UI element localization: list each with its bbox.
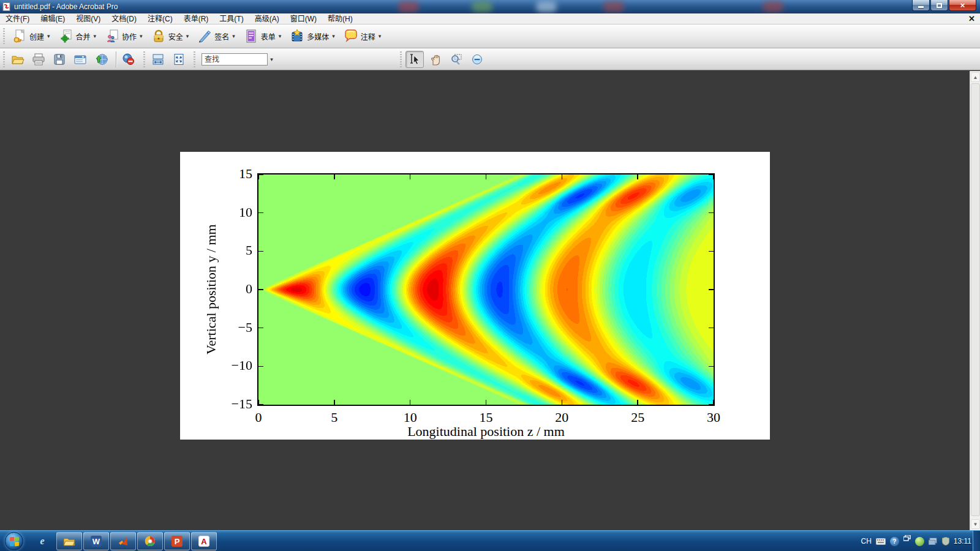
y-tick-mark [258,212,263,214]
save-icon [53,53,66,66]
antivirus-orb-icon[interactable] [915,537,924,546]
taskbar-matlab[interactable] [110,532,136,550]
security-label: 安全 [168,31,183,42]
forms-button[interactable]: 表单 ▾ [240,27,285,45]
marquee-zoom-button[interactable] [447,51,466,68]
minimize-button[interactable] [912,0,930,11]
menu-window[interactable]: 窗口(W) [285,13,322,24]
collaborate-button[interactable]: 协作 ▾ [101,27,146,45]
hand-tool-icon [429,53,442,66]
menu-file[interactable]: 文件(F) [0,13,35,24]
menu-forms[interactable]: 表单(R) [178,13,214,24]
sign-label: 签名 [214,31,229,42]
toolbar-grip[interactable] [2,51,7,67]
menu-advanced[interactable]: 高级(A) [249,13,285,24]
taskbar-powerpoint[interactable]: P [164,532,190,550]
save-button[interactable] [50,51,69,68]
share-review-button[interactable] [119,51,138,68]
arrow-up-icon: ▲ [973,75,978,80]
help-circle-icon[interactable]: ? [890,537,899,546]
toolbar-grip[interactable] [2,28,7,44]
wavefield-heatmap [258,174,714,405]
shield-icon[interactable] [942,537,949,545]
y-tick-mark [258,404,263,405]
window-stack-icon[interactable] [929,538,938,545]
upload-icon [94,53,108,66]
select-tool-button[interactable] [405,51,424,68]
sign-button[interactable]: 签名 ▾ [194,27,239,45]
desktop-blur-blob [472,1,492,12]
x-tick-mark [486,400,487,405]
y-tick-mark [258,366,263,367]
multimedia-button[interactable]: 多媒体 ▾ [286,27,339,45]
combine-files-button[interactable]: 合并 ▾ [55,27,100,45]
scroll-down-button[interactable]: ▼ [971,519,980,529]
menu-document[interactable]: 文档(D) [106,13,142,24]
security-button[interactable]: 安全 ▾ [148,27,193,45]
scroll-up-button[interactable]: ▲ [971,72,980,82]
menu-view[interactable]: 视图(V) [70,13,106,24]
chevron-down-icon: ▾ [94,33,97,39]
scrollbar-thumb[interactable] [971,83,980,516]
folder-icon [63,536,75,546]
print-button[interactable] [29,51,48,68]
menu-tools[interactable]: 工具(T) [214,13,249,24]
x-tick-mark [637,174,638,179]
chevron-down-icon: ▾ [232,33,235,39]
toolbar-grip[interactable] [192,51,197,67]
language-indicator[interactable]: CH [861,537,872,545]
zoom-out-button[interactable] [468,51,486,68]
open-button[interactable] [9,51,27,68]
fit-width-button[interactable] [149,51,167,68]
share-review-icon [122,53,135,66]
x-tick-mark [410,174,411,179]
view-tools [397,48,489,70]
find-input[interactable] [202,53,268,66]
start-button[interactable] [5,532,23,550]
y-tick-label: 10 [221,204,252,220]
hand-tool-button[interactable] [426,51,445,68]
show-desktop-button[interactable] [973,531,980,551]
menu-help[interactable]: 帮助(H) [322,13,358,24]
keyboard-icon[interactable] [876,538,886,545]
fit-page-button[interactable] [170,51,188,68]
taskbar: e W P [0,530,980,551]
y-tick-mark [709,251,714,252]
taskbar-explorer[interactable] [56,532,82,550]
acrobat-icon: A [198,536,209,547]
comment-button[interactable]: 注释 ▾ [340,27,385,45]
titlebar[interactable]: untitled.pdf - Adobe Acrobat Pro × [0,0,980,13]
close-button[interactable]: × [949,0,976,11]
close-icon: × [960,1,965,10]
document-close-icon[interactable]: ✕ [968,14,975,23]
email-button[interactable] [71,51,89,68]
y-tick-label: 5 [221,242,252,258]
document-canvas[interactable]: 051015202530 151050−5−10−15 Longitudinal… [0,70,980,530]
forms-icon [244,29,258,43]
window-restore-icon[interactable] [903,535,911,541]
y-tick-label: 0 [221,281,252,297]
menu-edit[interactable]: 编辑(E) [35,13,70,24]
restore-button[interactable] [930,0,948,11]
combine-files-label: 合并 [76,31,91,42]
clock[interactable]: 13:11 [954,537,971,545]
taskbar-acrobat[interactable]: A [191,532,217,550]
menu-comments[interactable]: 注释(C) [142,13,178,24]
taskbar-browser[interactable] [137,532,163,550]
find-dropdown-icon[interactable]: ▾ [268,53,276,66]
create-pdf-button[interactable]: 创建 ▾ [9,27,54,45]
upload-button[interactable] [92,51,110,68]
toolbar-grip[interactable] [399,51,404,67]
taskbar-word[interactable]: W [83,532,109,550]
y-tick-mark [709,212,714,214]
security-icon [151,29,166,43]
minimize-icon [918,6,924,8]
taskbar-internet-explorer[interactable]: e [29,532,55,550]
fit-width-icon [151,53,165,66]
multimedia-label: 多媒体 [307,31,329,42]
vertical-scrollbar[interactable]: ▲ ▼ [970,71,980,530]
sign-icon [197,29,212,43]
comment-icon [344,29,358,43]
desktop-blur-blob [763,1,783,12]
toolbar-grip[interactable] [142,51,147,67]
